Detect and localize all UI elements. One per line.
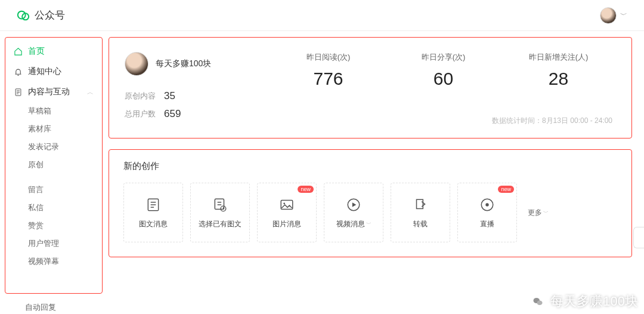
document-icon [14, 88, 23, 97]
chevron-down-icon: ﹀ [543, 209, 549, 217]
metric-value: 28 [517, 69, 600, 89]
sidebar-item-content[interactable]: 内容与互动 ︿ [8, 82, 100, 102]
sidebar-sub-published[interactable]: 发表记录 [8, 138, 100, 156]
tile-label: 图片消息 [273, 219, 301, 229]
play-icon [345, 196, 362, 213]
metric-label: 昨日阅读(次) [287, 52, 370, 63]
metrics-row: 昨日阅读(次) 776 昨日分享(次) 60 昨日新增关注(人) 28 [271, 52, 616, 107]
original-content-value: 35 [164, 90, 175, 102]
metric-value: 60 [402, 69, 485, 89]
tile-article[interactable]: 图文消息 [123, 183, 183, 242]
sidebar-sub-materials[interactable]: 素材库 [8, 120, 100, 138]
metric-label: 昨日分享(次) [402, 52, 485, 63]
svg-point-0 [18, 11, 26, 19]
share-icon [412, 196, 429, 213]
sidebar-sub-reward[interactable]: 赞赏 [8, 217, 100, 235]
create-panel: 新的创作 图文消息 选择已有图文 new [109, 149, 632, 257]
sidebar-sub-original[interactable]: 原创 [8, 156, 100, 174]
home-icon [14, 47, 23, 56]
tile-label: 视频消息 [336, 219, 365, 229]
chevron-up-icon: ︿ [87, 88, 94, 97]
tile-image[interactable]: new 图片消息 [257, 183, 317, 242]
tile-label: 选择已有图文 [199, 219, 242, 229]
more-label: 更多 [528, 208, 542, 218]
more-button[interactable]: 更多 ﹀ [524, 208, 552, 218]
svg-point-7 [283, 202, 285, 204]
image-icon [278, 196, 295, 213]
create-tiles: 图文消息 选择已有图文 new 图片消息 [123, 183, 617, 242]
avatar [600, 7, 617, 24]
sidebar: 首页 通知中心 内容与互动 ︿ 草稿箱 素材库 发表记录 原创 留言 私信 [0, 31, 103, 314]
user-menu[interactable]: ﹀ [600, 7, 627, 24]
create-title: 新的创作 [123, 161, 617, 172]
tile-choose-article[interactable]: 选择已有图文 [190, 183, 250, 242]
stats-panel: 每天多赚100块 原创内容 35 总用户数 659 昨日阅读(次) 776 [109, 37, 632, 138]
sidebar-sub-autoreply[interactable]: 自动回复 [5, 294, 103, 314]
metric-reads: 昨日阅读(次) 776 [287, 52, 370, 107]
article-icon [145, 196, 162, 213]
brand-title: 公众号 [35, 8, 65, 22]
tile-label: 直播 [480, 219, 494, 229]
tile-label: 图文消息 [139, 219, 168, 229]
svg-rect-4 [215, 199, 224, 209]
brand-area: 公众号 [17, 8, 65, 22]
metric-value: 776 [287, 69, 370, 89]
top-bar: 公众号 ﹀ [0, 0, 644, 31]
sidebar-sub-danmu[interactable]: 视频弹幕 [8, 253, 100, 270]
metric-label: 昨日新增关注(人) [517, 52, 600, 63]
svg-rect-6 [281, 200, 293, 209]
tile-repost[interactable]: 转载 [391, 183, 450, 242]
chevron-down-icon: ﹀ [366, 220, 371, 228]
metric-shares: 昨日分享(次) 60 [402, 52, 485, 107]
tile-video[interactable]: 视频消息 ﹀ [324, 183, 383, 242]
article-clock-icon [212, 196, 228, 213]
bell-icon [14, 67, 23, 76]
chevron-down-icon: ﹀ [620, 10, 627, 20]
sidebar-item-notify[interactable]: 通知中心 [8, 61, 100, 82]
sidebar-sub-drafts[interactable]: 草稿箱 [8, 102, 100, 120]
side-handle[interactable] [633, 227, 644, 248]
original-content-label: 原创内容 [125, 91, 156, 101]
wechat-logo-icon [17, 9, 30, 22]
tile-label: 转载 [413, 219, 428, 229]
sidebar-sub-dm[interactable]: 私信 [8, 199, 100, 217]
nav-label: 通知中心 [28, 66, 61, 77]
stats-timerange: 数据统计时间：8月13日 00:00 - 24:00 [271, 116, 616, 126]
tile-live[interactable]: new 直播 [457, 183, 517, 242]
sidebar-sub-users[interactable]: 用户管理 [8, 235, 100, 253]
svg-point-10 [485, 203, 488, 206]
main-content: 每天多赚100块 原创内容 35 总用户数 659 昨日阅读(次) 776 [103, 31, 644, 314]
new-badge: new [498, 186, 514, 193]
account-avatar [125, 52, 148, 76]
account-name: 每天多赚100块 [156, 59, 211, 69]
new-badge: new [298, 186, 314, 193]
nav-label: 首页 [28, 46, 45, 57]
sidebar-sub-comments[interactable]: 留言 [8, 181, 100, 199]
total-users-value: 659 [164, 108, 181, 120]
total-users-label: 总用户数 [125, 109, 156, 119]
account-summary: 每天多赚100块 原创内容 35 总用户数 659 [125, 52, 271, 126]
nav-label: 内容与互动 [28, 87, 70, 97]
sidebar-highlight-box: 首页 通知中心 内容与互动 ︿ 草稿箱 素材库 发表记录 原创 留言 私信 [5, 37, 103, 294]
sidebar-item-home[interactable]: 首页 [8, 41, 100, 61]
metric-follows: 昨日新增关注(人) 28 [517, 52, 600, 107]
record-icon [479, 196, 496, 213]
